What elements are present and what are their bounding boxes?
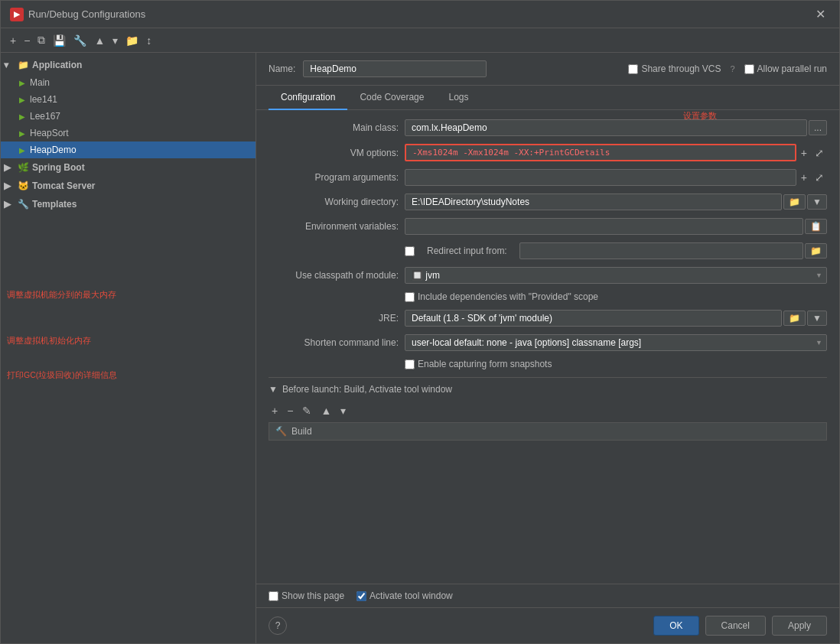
vm-options-expand-button[interactable]: ⤢ [812,146,827,160]
vm-options-add-button[interactable]: + [798,146,810,160]
working-dir-input[interactable] [405,194,782,210]
main-class-input[interactable] [405,119,807,136]
apply-button[interactable]: Apply [772,616,827,636]
program-args-input[interactable] [405,169,796,186]
file-icon-heapdemo: ▶ [19,146,25,154]
activate-window-label[interactable]: Activate tool window [357,590,453,601]
redirect-input-browse-button[interactable]: 📁 [805,243,827,259]
redirect-input-input[interactable] [519,242,803,259]
save-config-button[interactable]: 💾 [50,33,69,48]
launch-edit-button[interactable]: ✎ [299,404,314,418]
form-snapshots-checkbox[interactable] [405,359,415,369]
sidebar-heapdemo-label: HeapDemo [30,145,77,155]
file-icon-main: ▶ [19,79,25,87]
redirect-input-row: Redirect input from: 📁 [269,242,827,259]
application-expand-icon: ▾ [4,60,15,70]
launch-remove-button[interactable]: − [284,404,296,418]
classpath-module-select-wrapper: 🔲 jvm [405,267,827,284]
remove-config-button[interactable]: − [21,33,33,48]
sidebar-application-label: Application [32,60,82,70]
env-vars-edit-button[interactable]: 📋 [805,219,827,234]
launch-section: ▼ Before launch: Build, Activate tool wi… [269,377,827,441]
jre-label: JRE: [269,313,399,324]
share-vcs-help[interactable]: ? [730,64,734,73]
vm-options-label: VM options: [269,148,399,158]
wrench-button[interactable]: 🔧 [70,33,90,48]
jre-browse-button[interactable]: 📁 [783,311,806,326]
jre-input[interactable] [405,310,782,327]
share-vcs-label[interactable]: Share through VCS [628,63,721,74]
show-page-label[interactable]: Show this page [269,590,344,601]
tab-logs[interactable]: Logs [436,86,480,110]
add-config-button[interactable]: + [7,33,19,48]
dialog-toolbar: + − ⧉ 💾 🔧 ▲ ▾ 📁 ↕ [1,28,839,53]
folder-button[interactable]: 📁 [122,33,142,48]
jre-row: JRE: 📁 ▼ [269,310,827,327]
include-deps-checkbox[interactable] [405,292,415,302]
close-button[interactable]: ✕ [811,5,830,23]
shorten-cmd-label: Shorten command line: [269,337,399,348]
folder-icon: 📁 [18,60,29,70]
form-snapshots-label[interactable]: Enable capturing form snapshots [405,359,552,369]
name-row: Name: Share through VCS ? Allow parallel… [256,53,839,86]
sidebar-section-templates[interactable]: ▶ 🔧 Templates [1,195,256,213]
vm-options-input[interactable] [405,144,796,161]
down-button[interactable]: ▾ [109,33,121,48]
help-button[interactable]: ? [269,616,287,635]
allow-parallel-label[interactable]: Allow parallel run [744,63,827,74]
launch-add-button[interactable]: + [269,404,281,418]
redirect-input-label: Redirect input from: [427,246,507,256]
springboot-expand-icon: ▶ [4,162,15,173]
working-dir-browse-button[interactable]: 📁 [783,194,806,210]
sidebar-item-main[interactable]: ▶ Main [1,74,256,91]
share-vcs-checkbox[interactable] [628,64,638,74]
include-deps-label[interactable]: Include dependencies with "Provided" sco… [405,291,598,302]
classpath-module-select[interactable]: 🔲 jvm [405,267,827,284]
up-button[interactable]: ▲ [91,33,108,48]
copy-config-button[interactable]: ⧉ [34,32,48,48]
shorten-cmd-select-wrapper: user-local default: none - java [options… [405,334,827,351]
annotation-max-memory: 调整虚拟机能分到的最大内存 [7,290,116,301]
program-args-row: Program arguments: + ⤢ [269,169,827,186]
launch-collapse-icon[interactable]: ▼ [269,384,278,395]
tab-configuration[interactable]: Configuration [269,86,347,110]
file-icon-lee167: ▶ [19,112,25,121]
redirect-input-checkbox[interactable] [405,246,415,256]
program-args-label: Program arguments: [269,172,399,183]
ok-button[interactable]: OK [653,616,698,636]
main-class-label: Main class: [269,122,399,133]
cancel-button[interactable]: Cancel [705,616,766,636]
allow-parallel-checkbox[interactable] [744,64,754,74]
redirect-input-checkbox-label[interactable] [405,246,415,256]
wrench-icon: 🔧 [18,199,29,210]
sidebar-item-heapdemo[interactable]: ▶ HeapDemo [1,141,256,158]
form-snapshots-row: Enable capturing form snapshots [269,359,827,369]
show-page-checkbox[interactable] [269,591,278,601]
activate-window-checkbox[interactable] [357,591,366,601]
program-args-add-button[interactable]: + [798,171,810,184]
name-input[interactable] [303,60,487,77]
main-class-browse-button[interactable]: ... [809,120,827,135]
working-dir-label: Working directory: [269,197,399,207]
launch-up-button[interactable]: ▲ [317,404,334,418]
sidebar-section-springboot[interactable]: ▶ 🌿 Spring Boot [1,158,256,177]
sidebar-section-tomcat[interactable]: ▶ 🐱 Tomcat Server [1,177,256,195]
launch-down-button[interactable]: ▾ [337,404,349,418]
sidebar-section-application[interactable]: ▾ 📁 Application [1,56,256,74]
program-args-expand-button[interactable]: ⤢ [812,171,827,184]
shorten-cmd-row: Shorten command line: user-local default… [269,334,827,351]
shorten-cmd-select[interactable]: user-local default: none - java [options… [405,334,827,351]
tab-code-coverage[interactable]: Code Coverage [347,86,436,110]
env-vars-input[interactable] [405,218,803,235]
working-dir-dropdown-button[interactable]: ▼ [807,194,827,210]
sidebar-item-heapsort[interactable]: ▶ HeapSort [1,125,256,141]
app-icon: ▶ [10,8,24,21]
sidebar-item-lee141[interactable]: ▶ lee141 [1,91,256,108]
sidebar-item-lee167[interactable]: ▶ Lee167 [1,108,256,125]
sidebar-lee167-label: Lee167 [30,111,60,122]
sort-button[interactable]: ↕ [143,33,155,48]
build-icon: 🔨 [275,426,287,437]
main-content: ▾ 📁 Application ▶ Main ▶ lee141 ▶ Lee167… [1,53,839,643]
config-form: 设置参数 Main class: ... VM options: + [256,110,839,584]
jre-dropdown-button[interactable]: ▼ [807,311,827,326]
